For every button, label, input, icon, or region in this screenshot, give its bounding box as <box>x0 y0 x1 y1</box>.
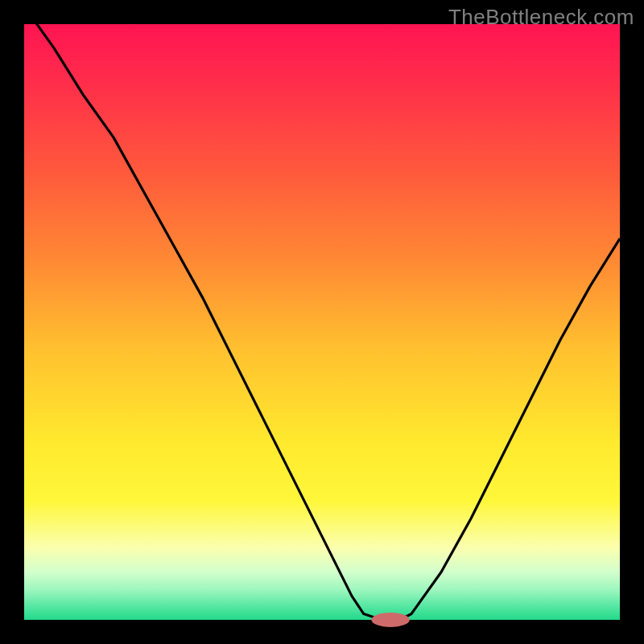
plot-area <box>24 24 620 620</box>
chart-frame: TheBottleneck.com <box>0 0 644 644</box>
watermark-text: TheBottleneck.com <box>448 5 634 30</box>
optimal-point-marker <box>371 613 409 627</box>
bottleneck-curve <box>24 24 620 620</box>
